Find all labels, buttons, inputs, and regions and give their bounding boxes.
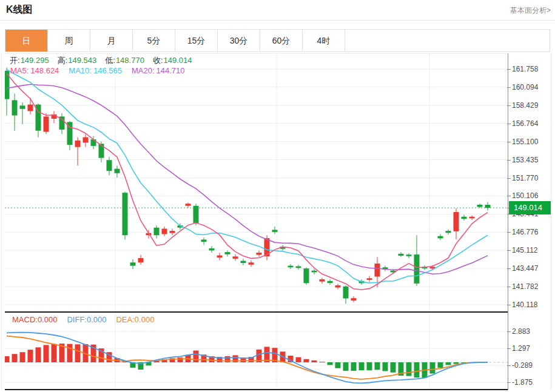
axis-tick: [507, 142, 511, 142]
diff-value: 0.000: [87, 315, 107, 324]
open-label: 开:: [10, 56, 20, 65]
ma20-value: 144.710: [156, 66, 185, 75]
tab-15min[interactable]: 15分: [175, 30, 218, 51]
current-price-badge: 149.014: [509, 201, 551, 214]
axis-tick: [507, 268, 511, 269]
dea-value: 0.000: [135, 315, 155, 324]
tab-bar: 日周月5分15分30分60分4时: [5, 29, 550, 52]
axis-label: 141.782: [512, 282, 550, 291]
ma10-value: 146.565: [93, 66, 122, 75]
axis-tick: [507, 305, 511, 305]
axis-tick: [507, 250, 511, 251]
axis-tick: [507, 69, 511, 70]
axis-label: 140.118: [512, 301, 550, 309]
axis-label: 2.883: [512, 327, 550, 336]
tab-5min[interactable]: 5分: [133, 30, 175, 51]
open-value: 149.295: [21, 56, 49, 65]
axis-tick: [507, 178, 511, 179]
low-value: 148.770: [116, 56, 144, 65]
low-label: 低:: [105, 56, 115, 65]
tab-60min[interactable]: 60分: [260, 30, 303, 51]
tab-month[interactable]: 月: [90, 30, 133, 51]
close-label: 收:: [153, 56, 163, 65]
tab-30min[interactable]: 30分: [218, 30, 260, 51]
close-value: 149.014: [164, 56, 192, 65]
page-title: K线图: [6, 4, 33, 16]
axis-label: 153.435: [512, 156, 550, 164]
macd-label: MACD:: [12, 315, 38, 324]
macd-value: 0.000: [38, 315, 58, 324]
axis-label: 161.758: [512, 65, 550, 73]
ma20-label: MA20:: [132, 66, 155, 75]
dea-label: DEA:: [116, 315, 134, 324]
ohlc-row: 开:149.295高:149.543低:148.770收:149.014: [10, 55, 201, 66]
axis-label: 1.297: [512, 344, 550, 353]
diff-label: DIFF:: [67, 315, 87, 324]
high-value: 149.543: [68, 56, 96, 65]
high-label: 高:: [58, 56, 68, 65]
macd-legend-row: MACD:0.000DIFF:0.000DEA:0.000: [12, 315, 164, 324]
axis-tick: [507, 348, 511, 349]
axis-label: 146.776: [512, 228, 550, 236]
axis-tick: [507, 87, 511, 88]
axis-label: 160.094: [512, 83, 550, 91]
axis-label: 158.429: [512, 101, 550, 110]
axis-tick: [507, 105, 511, 106]
axis-tick: [507, 160, 511, 161]
tab-week[interactable]: 周: [48, 30, 90, 51]
ma10-label: MA10:: [69, 66, 92, 75]
axis-label: 155.100: [512, 138, 550, 146]
axis-label: -0.289: [512, 361, 550, 370]
axis-tick: [507, 382, 511, 383]
axis-tick: [507, 124, 511, 124]
axis-tick: [507, 287, 511, 287]
tab-day[interactable]: 日: [5, 30, 48, 51]
ma5-label: MA5:: [10, 66, 29, 75]
ma-legend-row: MA5:148.624MA10:146.565MA20:144.710: [10, 66, 195, 75]
axis-label: 151.770: [512, 174, 550, 182]
fundamental-analysis-link[interactable]: 基本面分析>: [510, 5, 551, 16]
ma5-value: 148.624: [30, 66, 59, 75]
chart-left-border: [1, 53, 2, 390]
axis-label: 143.447: [512, 264, 550, 273]
header-divider: [0, 20, 555, 21]
axis-tick: [507, 365, 511, 366]
axis-tick: [507, 331, 511, 332]
axis-label: 150.106: [512, 191, 550, 200]
tab-4hour[interactable]: 4时: [303, 30, 345, 51]
axis-label: 145.112: [512, 246, 550, 254]
macd-panel-bottom-border: [5, 389, 508, 390]
candlestick-chart[interactable]: [5, 53, 508, 311]
chart-right-border: [551, 53, 551, 390]
axis-tick: [507, 232, 511, 233]
axis-label: -1.875: [512, 378, 550, 387]
axis-tick: [507, 196, 511, 196]
axis-label: 156.764: [512, 119, 550, 128]
